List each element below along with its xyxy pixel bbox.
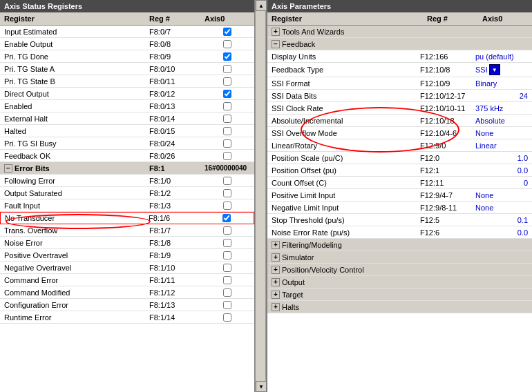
param-value: None	[474, 203, 529, 213]
section-expander[interactable]: + Position/Velocity Control	[270, 265, 529, 275]
register-label: Feedback OK	[3, 151, 148, 161]
table-row: No Transducer F8:1/6	[0, 212, 254, 224]
param-value: Absolute	[474, 116, 529, 126]
right-table-row: Position Offset (pu) F12:1 0.0	[267, 164, 532, 177]
checkbox-input[interactable]	[223, 313, 231, 322]
checkbox-input[interactable]	[223, 251, 231, 259]
param-reg: F12:9/0	[419, 141, 474, 150]
checkbox-input[interactable]	[223, 52, 231, 61]
plus-icon[interactable]: +	[272, 303, 280, 311]
right-table-body: + Tools And Wizards − Feedback Display U…	[267, 26, 532, 392]
right-section-header[interactable]: + Simulator	[267, 251, 532, 264]
left-col-reg-num: Reg #	[148, 14, 203, 23]
param-name: Negative Limit Input	[270, 203, 419, 213]
plus-icon[interactable]: +	[272, 278, 280, 286]
reg-num: F8:1/6	[147, 213, 202, 223]
reg-num: F8:1/2	[148, 188, 203, 198]
section-label: − Error Bits	[3, 164, 148, 173]
scroll-down-button[interactable]: ▼	[256, 381, 267, 392]
reg-num: F8:0/8	[148, 39, 203, 49]
right-table-row: Positive Limit Input F12:9/4-7 None	[267, 189, 532, 202]
param-name: Feedback Type	[270, 65, 419, 75]
checkbox-input[interactable]	[223, 28, 231, 36]
checkbox-input[interactable]	[223, 102, 231, 110]
checkbox-input[interactable]	[223, 264, 231, 272]
checkbox-input[interactable]	[223, 288, 231, 297]
checkbox-input[interactable]	[223, 115, 231, 123]
param-value: 375 kHz	[474, 104, 529, 113]
param-value: None	[474, 128, 529, 138]
checkbox-input[interactable]	[223, 139, 231, 148]
checkbox-input[interactable]	[223, 301, 231, 309]
param-value: 0.1	[474, 215, 529, 225]
checkbox-input[interactable]	[223, 77, 231, 86]
reg-num: F8:1/8	[148, 238, 203, 248]
reg-num: F8:1/9	[148, 251, 203, 260]
dropdown-cell[interactable]: SSI ▼	[474, 63, 529, 76]
plus-icon[interactable]: +	[272, 266, 280, 274]
checkbox-input[interactable]	[223, 226, 231, 235]
reg-num: F8:1/12	[148, 288, 203, 297]
param-value: 0	[474, 178, 529, 188]
plus-icon[interactable]: +	[272, 253, 280, 262]
checkbox-cell	[203, 288, 251, 297]
checkbox-cell	[203, 176, 251, 186]
checkbox-input[interactable]	[223, 202, 231, 210]
scroll-up-button[interactable]: ▲	[256, 0, 267, 11]
right-section-header[interactable]: + Target	[267, 288, 532, 301]
section-expander[interactable]: + Target	[270, 290, 529, 300]
plus-icon[interactable]: +	[272, 241, 280, 249]
param-reg: F12:9/4-7	[419, 190, 474, 200]
checkbox-input[interactable]	[223, 276, 231, 284]
checkbox-input[interactable]	[223, 65, 231, 73]
checkbox-cell	[203, 101, 251, 111]
table-row: Command Modified F8:1/12	[0, 286, 254, 299]
table-row: Enabled F8:0/13	[0, 100, 254, 112]
table-row: Runtime Error F8:1/14	[0, 311, 254, 324]
section-expander[interactable]: + Halts	[270, 302, 529, 312]
minus-icon[interactable]: −	[272, 40, 280, 48]
checkbox-cell	[203, 201, 251, 210]
param-reg: F12:10/4-6	[419, 128, 474, 138]
register-label: Input Estimated	[3, 27, 148, 37]
reg-num: F8:0/24	[148, 139, 203, 148]
table-row: Fault Input F8:1/3	[0, 199, 254, 212]
right-section-header[interactable]: + Output	[267, 276, 532, 288]
checkbox-input[interactable]	[223, 239, 231, 247]
checkbox-input[interactable]	[223, 90, 231, 98]
right-section-header[interactable]: + Halts	[267, 301, 532, 313]
right-section-header[interactable]: − Feedback	[267, 38, 532, 50]
reg-num: F8:0/11	[148, 77, 203, 86]
minus-icon[interactable]: −	[4, 164, 12, 173]
right-section-header[interactable]: + Filtering/Modeling	[267, 239, 532, 251]
section-expander[interactable]: + Simulator	[270, 253, 529, 262]
reg-num: F8:0/9	[148, 52, 203, 61]
right-section-header[interactable]: + Tools And Wizards	[267, 26, 532, 38]
section-expander[interactable]: + Filtering/Modeling	[270, 240, 529, 250]
plus-icon[interactable]: +	[272, 291, 280, 299]
checkbox-input[interactable]	[222, 214, 231, 222]
param-reg: F12:5	[419, 215, 474, 225]
param-value: 0.0	[474, 228, 529, 237]
plus-icon[interactable]: +	[272, 28, 280, 36]
reg-num: F8:0/15	[148, 126, 203, 136]
checkbox-cell	[203, 151, 251, 161]
right-table-row: Position Scale (pu/C) F12:0 1.0	[267, 152, 532, 164]
checkbox-input[interactable]	[223, 127, 231, 135]
checkbox-input[interactable]	[223, 152, 231, 160]
right-section-header[interactable]: + Position/Velocity Control	[267, 264, 532, 276]
param-name: Count Offset (C)	[270, 178, 419, 188]
checkbox-input[interactable]	[223, 189, 231, 197]
checkbox-cell	[203, 126, 251, 136]
section-expander[interactable]: − Feedback	[270, 39, 529, 49]
register-label: Command Error	[3, 275, 148, 285]
checkbox-cell	[203, 114, 251, 124]
checkbox-input[interactable]	[223, 40, 231, 48]
section-expander[interactable]: + Output	[270, 277, 529, 287]
right-table-row: Stop Threshold (pu/s) F12:5 0.1	[267, 214, 532, 226]
section-expander[interactable]: + Tools And Wizards	[270, 27, 529, 37]
dropdown-arrow-icon[interactable]: ▼	[489, 64, 500, 75]
right-table-row: SSI Data Bits F12:10/12-17 24	[267, 90, 532, 102]
checkbox-input[interactable]	[223, 177, 231, 185]
param-reg: F12:166	[419, 52, 474, 61]
